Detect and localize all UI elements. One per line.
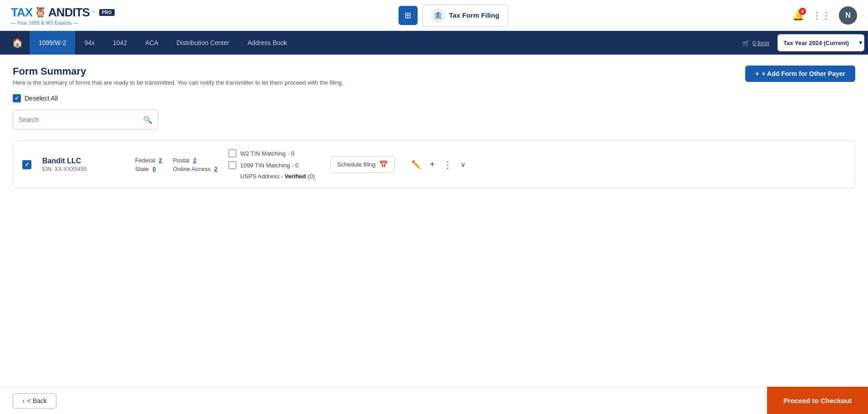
tax-form-icon: 🏦 [431, 8, 445, 23]
grid-dots-icon: ⋮⋮ [812, 10, 831, 20]
tin-1099-label: 1099 TIN Matching - 0 [240, 162, 298, 169]
schedule-filing-button[interactable]: Schedule filing 📅 [330, 156, 395, 173]
payer-name: Bandit LLC [42, 157, 124, 165]
page-subtitle: Here is the summary of forms that are re… [13, 79, 343, 86]
notifications-badge: 0 [799, 8, 806, 15]
more-options-button[interactable]: ⋮ [441, 157, 454, 172]
search-icon[interactable]: 🔍 [143, 116, 152, 124]
nav-item-addressbook[interactable]: Address Book [238, 31, 296, 55]
nav-item-1042-label: 1042 [113, 39, 127, 46]
plus-icon: + [755, 70, 759, 77]
state-label: State [135, 166, 149, 172]
home-icon: 🏠 [12, 37, 23, 48]
tin-1099-row: 1099 TIN Matching - 0 [228, 161, 319, 169]
postal-count[interactable]: 2 [193, 157, 196, 164]
page-header-row: Form Summary Here is the summary of form… [13, 66, 855, 86]
payer-checkbox[interactable] [22, 160, 31, 169]
tax-form-filing-label: Tax Form Filing [449, 11, 500, 19]
nav-item-aca[interactable]: ACA [136, 31, 167, 55]
logo-tagline: — Your 1099 & W2 Experts — [11, 20, 78, 25]
count-group-federal-state: Federal 2 State 0 [135, 157, 162, 172]
postal-label: Postal [173, 157, 189, 164]
tin-1099-checkbox[interactable] [228, 161, 237, 169]
nav-item-94x-label: 94x [84, 39, 95, 46]
federal-count-row: Federal 2 [135, 157, 162, 164]
search-input[interactable] [19, 116, 143, 123]
payer-ein: EIN: XX-XXX5455 [42, 166, 124, 172]
usps-count: (0) [308, 173, 315, 180]
nav-home-button[interactable]: 🏠 [5, 31, 30, 55]
w2-tin-row: W2 TIN Matching - 0 [228, 149, 319, 157]
expand-button[interactable]: ∨ [459, 158, 468, 171]
payer-info: Bandit LLC EIN: XX-XXX5455 [42, 157, 124, 172]
federal-label: Federal [135, 157, 155, 164]
logo-pro-badge: PRO [99, 9, 115, 16]
user-avatar-button[interactable]: N [839, 6, 857, 25]
logo-tm: ™ [91, 10, 96, 15]
header-center: ⊞ 🏦 Tax Form Filing [122, 4, 785, 27]
page-title: Form Summary [13, 66, 343, 77]
nav-item-94x[interactable]: 94x [75, 31, 104, 55]
state-count-row: State 0 [135, 166, 162, 172]
cart-button[interactable]: 🛒 0 form [734, 31, 777, 55]
postal-count-row: Postal 2 [173, 157, 217, 164]
top-header: TAX 🦉 ANDITS ™ PRO — Your 1099 & W2 Expe… [0, 0, 868, 31]
tax-year-wrapper: Tax Year 2024 (Current) Tax Year 2023 Ta… [777, 34, 868, 51]
add-form-button[interactable]: + + Add Form for Other Payer [745, 66, 855, 82]
apps-grid-button[interactable]: ⋮⋮ [812, 10, 831, 21]
cart-label: 0 form [752, 40, 769, 46]
nav-item-1099w2[interactable]: 1099/W-2 [30, 31, 75, 55]
nav-bar: 🏠 1099/W-2 94x 1042 ACA Distribution Cen… [0, 31, 868, 55]
grid-icon: ⊞ [404, 10, 411, 20]
nav-item-addressbook-label: Address Book [247, 39, 287, 46]
add-form-label: + Add Form for Other Payer [762, 70, 845, 77]
tin-section: W2 TIN Matching - 0 1099 TIN Matching - … [228, 149, 319, 180]
notifications-button[interactable]: 🔔 0 [792, 10, 804, 21]
nav-item-1099w2-label: 1099/W-2 [39, 39, 66, 46]
search-box: 🔍 [13, 110, 158, 130]
federal-count[interactable]: 2 [159, 157, 162, 164]
usps-verified-label: Verified [284, 173, 306, 180]
add-button[interactable]: + [428, 157, 437, 172]
cart-icon: 🛒 [742, 40, 750, 46]
tax-form-filing-button[interactable]: 🏦 Tax Form Filing [422, 4, 508, 27]
nav-item-1042[interactable]: 1042 [104, 31, 136, 55]
usps-label: USPS Address - [240, 173, 283, 180]
nav-item-distribution-label: Distribution Center [177, 39, 229, 46]
schedule-filing-label: Schedule filing [337, 161, 376, 168]
logo-owl-icon: 🦉 [34, 6, 46, 18]
nav-item-distribution[interactable]: Distribution Center [167, 31, 238, 55]
action-buttons: ✏️ + ⋮ ∨ [409, 157, 468, 172]
deselect-row: Deselect All [13, 94, 855, 102]
usps-row: USPS Address - Verified (0) [228, 173, 319, 180]
edit-button[interactable]: ✏️ [409, 158, 423, 172]
payer-row: Bandit LLC EIN: XX-XXX5455 Federal 2 Sta… [13, 141, 855, 188]
w2-tin-checkbox[interactable] [228, 149, 237, 157]
nav-item-aca-label: ACA [145, 39, 158, 46]
app-switcher-button[interactable]: ⊞ [399, 6, 418, 25]
online-access-count-row: Online Access 2 [173, 166, 217, 172]
deselect-all-checkbox[interactable] [13, 94, 21, 102]
online-access-label: Online Access [173, 166, 210, 172]
header-right: 🔔 0 ⋮⋮ N [792, 6, 857, 25]
nav-right: 🛒 0 form Tax Year 2024 (Current) Tax Yea… [734, 31, 868, 55]
page-header-left: Form Summary Here is the summary of form… [13, 66, 343, 86]
w2-tin-label: W2 TIN Matching - 0 [240, 150, 294, 157]
deselect-all-label[interactable]: Deselect All [25, 95, 58, 102]
state-count[interactable]: 0 [152, 166, 156, 172]
count-group-postal-online: Postal 2 Online Access 2 [173, 157, 217, 172]
calendar-icon: 📅 [379, 160, 388, 169]
filing-counts: Federal 2 State 0 Postal 2 Online Access… [135, 157, 217, 172]
main-content: Form Summary Here is the summary of form… [0, 55, 868, 387]
logo-bandits: ANDITS [48, 5, 90, 20]
logo-area: TAX 🦉 ANDITS ™ PRO — Your 1099 & W2 Expe… [11, 5, 115, 25]
tax-year-select[interactable]: Tax Year 2024 (Current) Tax Year 2023 Ta… [777, 34, 864, 51]
logo-tax: TAX [11, 5, 32, 20]
online-access-count[interactable]: 2 [214, 166, 217, 172]
